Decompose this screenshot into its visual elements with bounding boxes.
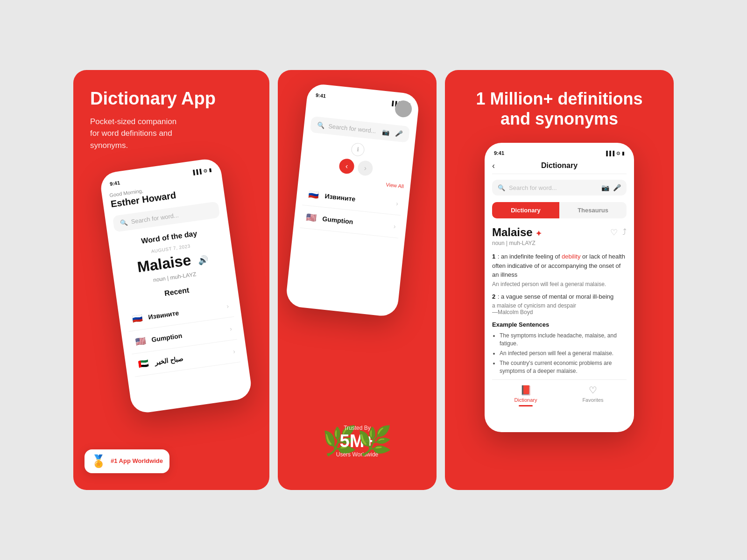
dict-header: ‹ Dictionary	[492, 161, 627, 174]
dict-search-icons: 📷 🎤	[601, 184, 621, 191]
phone-mockup-1: 9:41 ▐▐▐ ⊙ ▮ Good Morning, Esther Howard…	[99, 157, 253, 414]
tab-dictionary[interactable]: Dictionary	[492, 202, 559, 218]
back-button[interactable]: ‹	[492, 161, 495, 171]
panel1-title: Dictionary App	[90, 89, 253, 109]
flag-us-2: 🇺🇸	[304, 210, 318, 225]
active-indicator	[519, 405, 533, 406]
flag-ru: 🇷🇺	[130, 311, 145, 326]
time-2: 9:41	[316, 92, 326, 99]
signal-icon-3: ▐▐▐	[605, 151, 614, 156]
dict-header-title: Dictionary	[541, 161, 578, 170]
nav-item-dictionary[interactable]: 📕 Dictionary	[492, 385, 559, 406]
definition-2: 2 : a vague sense of mental or moral ill…	[492, 292, 627, 316]
heart-nav-icon: ♡	[589, 385, 597, 396]
flag-ru-2: 🇷🇺	[306, 188, 321, 202]
panel1-subtitle: Pocket-sized companion for word definiti…	[90, 116, 183, 152]
example-1: The symptoms include headache, malaise, …	[500, 332, 627, 348]
search-icon: 🔍	[120, 219, 128, 227]
flag-us: 🇺🇸	[133, 334, 148, 349]
signal-icon: ▐▐▐	[191, 168, 202, 175]
search-bar-2[interactable]: 🔍 Search for word... 📷 🎤	[310, 116, 410, 143]
chevron-right-1: ›	[226, 302, 229, 310]
chevron-right-2: ›	[229, 325, 233, 332]
search-placeholder-2: Search for word...	[328, 123, 377, 135]
search-icon-2: 🔍	[317, 121, 325, 129]
camera-mic: 📷 🎤	[382, 128, 403, 138]
battery-icon: ▮	[208, 167, 211, 173]
share-icon[interactable]: ⤴	[622, 227, 627, 238]
word-entry-actions: ♡ ⤴	[610, 227, 627, 238]
example-2: An infected person will feel a general m…	[500, 350, 627, 357]
example-list: The symptoms include headache, malaise, …	[492, 332, 627, 375]
book-icon: 📕	[520, 385, 532, 396]
heart-icon[interactable]: ♡	[610, 227, 618, 238]
search-placeholder-1: Search for word...	[131, 212, 179, 225]
example-sentences-header: Example Sentences	[492, 321, 627, 328]
camera-icon[interactable]: 📷	[382, 128, 390, 136]
time-1: 9:41	[109, 180, 120, 187]
phone-mockup-3: 9:41 ▐▐▐ ⊙ ▮ ‹ Dictionary 🔍 Search for w…	[485, 143, 634, 432]
battery-icon-3: ▮	[622, 151, 625, 156]
status-icons-1: ▐▐▐ ⊙ ▮	[191, 167, 211, 175]
wifi-icon: ⊙	[203, 168, 207, 174]
tab-row: Dictionary Thesaurus	[492, 202, 627, 218]
definition-1: 1 : an indefinite feeling of debility or…	[492, 252, 627, 287]
chevron-right-3: ›	[233, 348, 236, 355]
mic-icon[interactable]: 🎤	[395, 130, 403, 138]
dict-search-bar[interactable]: 🔍 Search for word... 📷 🎤	[492, 180, 627, 196]
word-entry-name: Malaise ✦	[492, 226, 542, 239]
laurel-container: 🌿 Trusted By 5M+ Users Worldwide 🌿	[322, 411, 392, 471]
nav-prev-btn[interactable]: ‹	[338, 158, 355, 175]
def-link-debility[interactable]: debility	[562, 253, 580, 260]
sound-icon[interactable]: 🔊	[197, 255, 209, 266]
nav-item-favorites[interactable]: ♡ Favorites	[559, 385, 627, 406]
status-icons-3: ▐▐▐ ⊙ ▮	[605, 151, 625, 156]
recent-word-2: Gumption	[151, 332, 183, 343]
recent-word-p2-1: Извините	[324, 192, 356, 203]
camera-icon-3[interactable]: 📷	[601, 184, 609, 191]
wifi-icon-3: ⊙	[616, 151, 620, 156]
recent-list: 🇷🇺 Извините › 🇺🇸 Gumption › 🇦🇪 صباح الخي…	[126, 294, 240, 377]
flag-ae: 🇦🇪	[136, 357, 151, 371]
panel-3: 1 Million+ definitions and synonyms 9:41…	[445, 70, 674, 490]
panel-1: Dictionary App Pocket-sized companion fo…	[73, 70, 269, 490]
panel3-title: 1 Million+ definitions and synonyms	[462, 89, 657, 129]
trust-badge: 🌿 Trusted By 5M+ Users Worldwide 🌿	[322, 411, 392, 471]
chevron-right-p2-1: ›	[395, 200, 398, 207]
chevron-right-p2-2: ›	[393, 223, 396, 230]
badge-icon: 🏅	[91, 454, 106, 469]
time-3: 9:41	[494, 150, 504, 156]
word-plus-icon: ✦	[536, 230, 542, 238]
dict-search-placeholder: Search for word...	[509, 184, 598, 191]
tab-thesaurus[interactable]: Thesaurus	[559, 202, 627, 218]
nav-next-btn[interactable]: ›	[357, 160, 374, 176]
info-icon: ℹ	[351, 142, 365, 157]
status-bar-3: 9:41 ▐▐▐ ⊙ ▮	[492, 150, 627, 156]
laurel-right-icon: 🌿	[357, 427, 392, 455]
recent-word-p2-2: Gumption	[322, 215, 353, 225]
word-entry-pos: noun | muh-LAYZ	[492, 240, 627, 246]
example-3: The country's current economic problems …	[500, 359, 627, 375]
def-example-2: a malaise of cynicism and despair—Malcol…	[492, 302, 627, 315]
word-entry-header: Malaise ✦ ♡ ⤴	[492, 226, 627, 239]
mic-icon-3[interactable]: 🎤	[613, 184, 621, 191]
badge-1-app: 🏅 #1 App Worldwide	[85, 449, 169, 473]
recent-word-3: صباح الخير	[154, 355, 184, 366]
badge-text: #1 App Worldwide	[111, 457, 163, 465]
bottom-nav: 📕 Dictionary ♡ Favorites	[492, 379, 627, 406]
def-example-1: An infected person will feel a general m…	[492, 281, 627, 287]
search-icon-3: 🔍	[498, 184, 505, 191]
recent-word-1: Извините	[148, 309, 180, 321]
panel-2: 9:41 ▐▐▐ ⊙ ▮ 🔍 Search for word... 📷 🎤 ℹ	[278, 70, 437, 490]
phone-mockup-2: 9:41 ▐▐▐ ⊙ ▮ 🔍 Search for word... 📷 🎤 ℹ	[285, 83, 420, 317]
main-container: Dictionary App Pocket-sized companion fo…	[55, 51, 692, 509]
